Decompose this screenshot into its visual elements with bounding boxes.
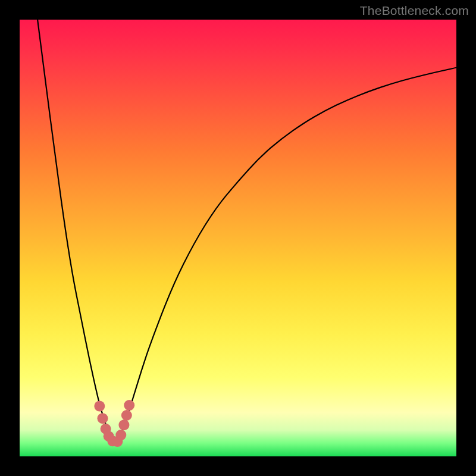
curve-marker (115, 430, 126, 440)
curve-path (37, 20, 456, 441)
plot-area (20, 20, 456, 456)
curve-marker (118, 419, 129, 430)
curve-marker (97, 413, 108, 424)
curve-marker (121, 410, 132, 421)
watermark-text: TheBottleneck.com (360, 4, 469, 18)
marker-group (94, 400, 134, 447)
curve-marker (124, 400, 134, 411)
chart-frame: TheBottleneck.com (0, 0, 476, 476)
bottleneck-curve (20, 20, 456, 456)
curve-marker (94, 401, 105, 412)
